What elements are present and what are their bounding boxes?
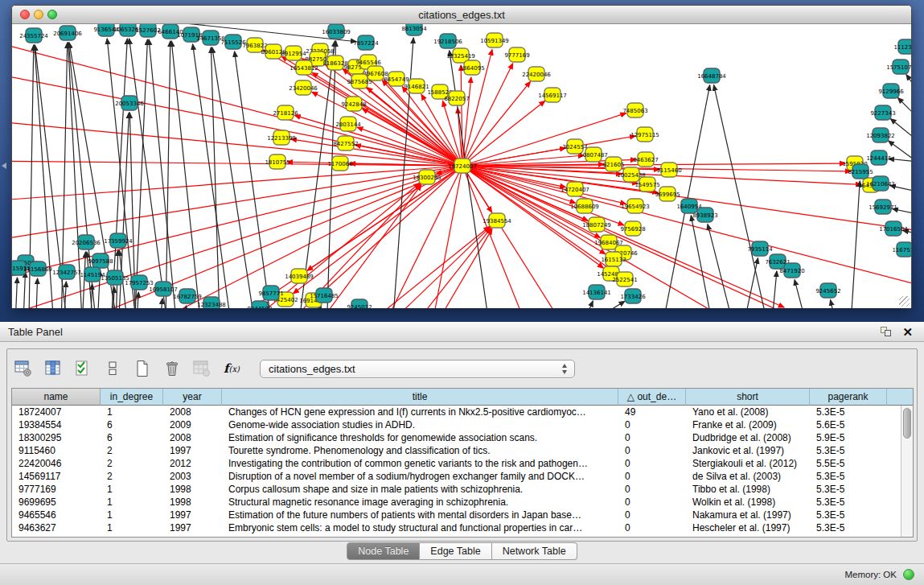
graph-edge[interactable] [14, 278, 17, 308]
import-table-icon[interactable] [191, 357, 213, 380]
graph-node[interactable]: 9777169 [504, 47, 529, 62]
graph-edge[interactable] [205, 166, 462, 308]
table-cell[interactable]: 49 [618, 406, 686, 418]
table-cell[interactable]: Estimation of the future numbers of pati… [222, 509, 618, 521]
table-cell[interactable]: Wolkin et al. (1998) [686, 496, 810, 509]
graph-node[interactable]: 20206536 [72, 235, 101, 249]
table-cell[interactable]: 2009 [163, 418, 222, 431]
graph-edge[interactable] [12, 166, 462, 201]
graph-node[interactable]: 12342757 [52, 265, 81, 279]
graph-edge[interactable] [382, 166, 462, 308]
table-cell[interactable]: 0 [618, 431, 686, 444]
graph-edge[interactable] [462, 166, 624, 225]
graph-node[interactable]: 14136141 [582, 285, 611, 299]
table-cell[interactable]: 9463627 [12, 521, 101, 534]
table-cell[interactable]: 1 [101, 521, 163, 534]
graph-edge[interactable] [848, 181, 860, 308]
graph-node[interactable]: 12093822 [866, 128, 895, 142]
table-cell[interactable]: 5.3E-5 [810, 483, 887, 496]
window-resize-grip[interactable] [899, 296, 910, 307]
table-cell[interactable]: 0 [618, 509, 686, 521]
graph-edge[interactable] [35, 278, 38, 308]
window-titlebar[interactable]: citations_edges.txt [12, 6, 911, 24]
table-cell[interactable]: 2012 [163, 457, 222, 470]
graph-edge[interactable] [897, 97, 911, 125]
zoom-window-button[interactable] [47, 10, 57, 19]
close-window-button[interactable] [20, 10, 30, 19]
graph-edge[interactable] [708, 225, 744, 308]
graph-node[interactable]: 17016504 [879, 221, 908, 236]
graph-edge[interactable] [889, 159, 911, 163]
table-cell[interactable]: 14569117 [12, 470, 101, 483]
table-cell[interactable]: 5.6E-5 [810, 418, 887, 431]
tab-edge-table[interactable]: Edge Table [420, 542, 491, 560]
graph-node[interactable]: 8813054 [401, 24, 427, 35]
scrollbar-thumb[interactable] [903, 408, 911, 439]
graph-edge[interactable] [906, 75, 911, 101]
table-cell[interactable]: 6 [101, 418, 163, 431]
table-cell[interactable]: Embryonic stem cells: a model to study s… [222, 521, 618, 534]
graph-node[interactable]: 8427552 [333, 136, 358, 150]
network-graph[interactable]: 1872400718300295796382289601288912954232… [12, 24, 911, 308]
graph-edge[interactable] [462, 166, 527, 308]
table-cell[interactable]: 5.3E-5 [810, 496, 887, 509]
column-header-out_de[interactable]: △ out_de… [618, 389, 686, 406]
graph-edge[interactable] [165, 41, 170, 308]
table-cell[interactable]: de Silva et al. (2003) [686, 470, 810, 483]
graph-node[interactable]: 621605 [603, 157, 625, 171]
delete-table-icon[interactable] [161, 357, 183, 380]
table-cell[interactable]: 2008 [163, 431, 222, 444]
graph-edge[interactable] [430, 166, 462, 308]
graph-node[interactable]: 12975115 [630, 127, 659, 142]
table-panel-header[interactable]: Table Panel ✕ [0, 322, 924, 342]
insert-column-icon[interactable] [42, 357, 64, 380]
graph-edge[interactable] [714, 85, 776, 308]
graph-node[interactable]: 1167534 [892, 242, 911, 257]
column-header-year[interactable]: year [163, 389, 222, 406]
table-cell[interactable]: Hescheler et al. (1997) [686, 521, 810, 534]
table-settings-icon[interactable] [12, 357, 35, 380]
table-cell[interactable]: 9777169 [12, 483, 101, 496]
graph-node[interactable]: 19218506 [433, 34, 462, 48]
table-row[interactable]: 1938455462009Genome-wide association stu… [12, 418, 913, 431]
graph-node[interactable]: 2718126 [273, 105, 298, 120]
table-cell[interactable]: Changes of HCN gene expression and I(f) … [222, 406, 618, 418]
table-cell[interactable]: 5.3E-5 [810, 444, 887, 457]
table-row[interactable]: 946362711997Embryonic stem cells: a mode… [12, 521, 913, 534]
graph-node[interactable]: 9699695 [655, 187, 680, 201]
table-cell[interactable]: 9115460 [12, 444, 101, 457]
table-cell[interactable]: 1 [101, 509, 163, 521]
table-cell[interactable]: 1997 [163, 521, 222, 534]
graph-node[interactable]: 17359924 [104, 233, 133, 248]
table-cell[interactable]: 0 [618, 470, 686, 483]
table-cell[interactable]: Disruption of a novel member of a sodium… [222, 470, 618, 483]
graph-node[interactable]: 19384554 [483, 213, 511, 228]
table-cell[interactable]: Tourette syndrome. Phenomenology and cla… [222, 444, 618, 457]
table-cell[interactable]: 2 [101, 444, 163, 457]
table-cell[interactable]: Dudbridge et al. (2008) [686, 431, 810, 444]
graph-node[interactable]: 16033809 [322, 24, 351, 39]
column-header-name[interactable]: name [12, 389, 101, 406]
new-table-icon[interactable] [131, 357, 154, 380]
table-cell[interactable]: Genome-wide association studies in ADHD. [222, 418, 618, 431]
graph-edge[interactable] [889, 141, 911, 167]
graph-node[interactable]: 9129966 [878, 84, 904, 98]
table-cell[interactable]: Franke et al. (2009) [686, 418, 810, 431]
graph-node[interactable]: 15692971 [869, 200, 897, 214]
graph-edge[interactable] [527, 301, 625, 308]
table-selector-dropdown[interactable]: citations_edges.txt [260, 360, 575, 378]
network-canvas[interactable]: 1872400718300295796382289601288912954232… [12, 24, 911, 308]
graph-edge[interactable] [795, 280, 816, 308]
graph-node[interactable]: 1810755 [265, 154, 290, 169]
minimize-window-button[interactable] [34, 10, 43, 19]
graph-edge[interactable] [12, 161, 462, 166]
graph-edge[interactable] [171, 41, 205, 308]
table-cell[interactable]: Corpus callosum shape and size in male p… [222, 483, 618, 496]
graph-node[interactable]: 9245652 [815, 283, 840, 298]
graph-edge[interactable] [462, 166, 567, 308]
table-cell[interactable]: 0 [618, 521, 686, 534]
table-cell[interactable]: 18300295 [12, 431, 101, 444]
graph-node[interactable]: 10688609 [570, 199, 599, 213]
graph-node[interactable]: 14569117 [538, 88, 567, 102]
graph-edge[interactable] [462, 166, 911, 290]
